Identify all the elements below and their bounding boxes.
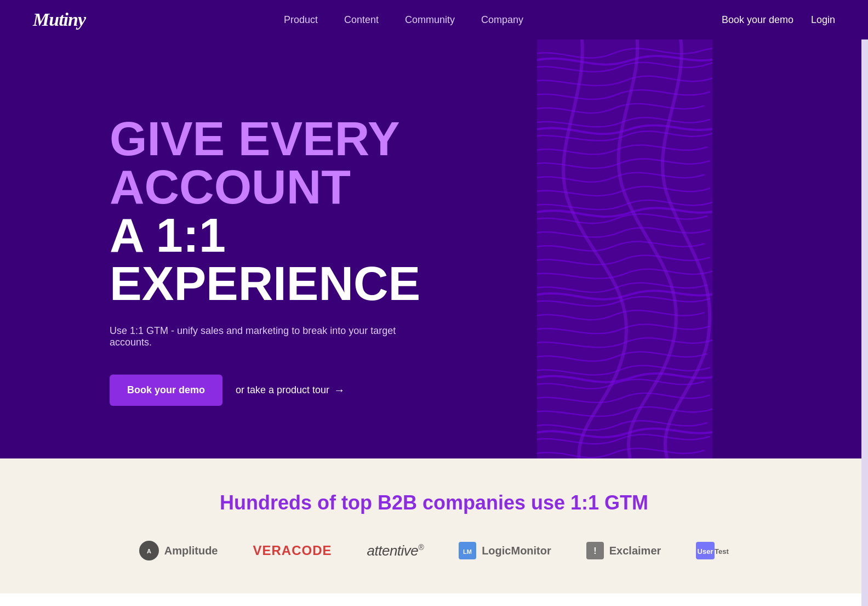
zebra-pattern-decoration <box>537 39 712 458</box>
nav-links: Product Content Community Company <box>284 14 523 26</box>
logo-exclaimer: ! Exclaimer <box>586 542 661 559</box>
scrollbar[interactable] <box>861 0 868 606</box>
hero-decoration <box>537 39 712 458</box>
exclaimer-icon: ! <box>586 542 604 559</box>
nav-login-link[interactable]: Login <box>811 14 835 26</box>
logos-row: A Amplitude VERACODE attentive® LM Logic… <box>33 541 835 560</box>
product-tour-text: or take a product tour <box>236 384 329 396</box>
exclaimer-label: Exclaimer <box>609 545 661 557</box>
attentive-label: attentive® <box>367 542 424 559</box>
nav-content[interactable]: Content <box>344 14 379 26</box>
svg-text:User: User <box>698 547 713 556</box>
hero-headline: GIVE EVERY ACCOUNT A 1:1 EXPERIENCE <box>110 115 504 308</box>
site-logo[interactable]: Mutiny <box>33 9 85 30</box>
hero-cta-row: Book your demo or take a product tour → <box>110 375 504 406</box>
hero-content: GIVE EVERY ACCOUNT A 1:1 EXPERIENCE Use … <box>0 39 537 458</box>
nav-company[interactable]: Company <box>481 14 523 26</box>
nav-actions: Book your demo Login <box>722 14 835 26</box>
hero-book-demo-button[interactable]: Book your demo <box>110 375 222 406</box>
veracode-label: VERACODE <box>253 543 332 558</box>
usertesting-icon: User Test <box>696 542 729 559</box>
hero-headline-line2: A 1:1 EXPERIENCE <box>110 211 504 308</box>
nav-product[interactable]: Product <box>284 14 318 26</box>
svg-text:!: ! <box>593 546 596 556</box>
svg-text:Test: Test <box>715 547 729 556</box>
nav-community[interactable]: Community <box>405 14 455 26</box>
logo-logicmonitor: LM LogicMonitor <box>459 542 551 559</box>
logo-attentive: attentive® <box>367 542 424 559</box>
nav-book-demo-link[interactable]: Book your demo <box>722 14 793 26</box>
logo-amplitude: A Amplitude <box>139 541 218 560</box>
logicmonitor-label: LogicMonitor <box>482 545 551 557</box>
amplitude-icon: A <box>139 541 159 560</box>
amplitude-label: Amplitude <box>164 545 218 557</box>
logicmonitor-icon: LM <box>459 542 476 559</box>
logo-veracode: VERACODE <box>253 543 332 558</box>
svg-rect-0 <box>537 39 712 458</box>
logo-usertesting: User Test <box>696 542 729 559</box>
product-tour-link[interactable]: or take a product tour → <box>236 384 345 397</box>
hero-subtext: Use 1:1 GTM - unify sales and marketing … <box>110 325 416 348</box>
svg-text:LM: LM <box>463 548 472 555</box>
hero-headline-line1: GIVE EVERY ACCOUNT <box>110 115 504 211</box>
hero-section: GIVE EVERY ACCOUNT A 1:1 EXPERIENCE Use … <box>0 39 868 458</box>
arrow-right-icon: → <box>334 384 345 397</box>
logos-section: Hundreds of top B2B companies use 1:1 GT… <box>0 458 868 593</box>
navbar: Mutiny Product Content Community Company… <box>0 0 868 39</box>
logos-headline: Hundreds of top B2B companies use 1:1 GT… <box>33 491 835 514</box>
svg-text:A: A <box>147 548 151 554</box>
